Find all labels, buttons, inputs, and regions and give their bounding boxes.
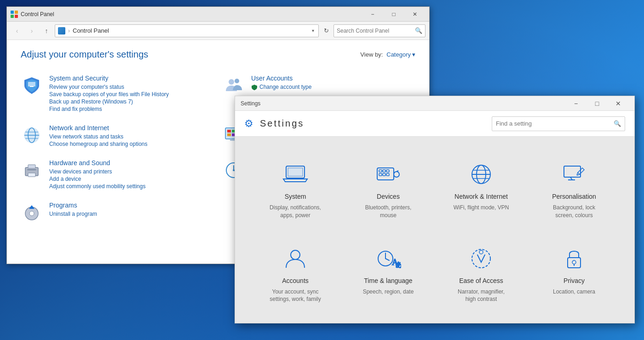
settings-close-button[interactable]: ✕ (608, 96, 629, 111)
settings-content: System Display, notifications,apps, powe… (235, 137, 634, 323)
control-panel-titlebar: Control Panel − □ ✕ (7, 7, 429, 22)
svg-point-60 (472, 249, 490, 268)
svg-point-31 (29, 211, 34, 216)
settings-search-input[interactable] (496, 120, 614, 127)
network-name[interactable]: Network and Internet (49, 124, 213, 132)
ease-settings-name: Ease of Access (459, 277, 503, 284)
network-icon (21, 124, 43, 146)
hardware-name[interactable]: Hardware and Sound (49, 159, 213, 167)
window-toolbar: ‹ › ↑ › Control Panel ▾ ↻ 🔍 (7, 22, 429, 40)
link-mobility[interactable]: Adjust commonly used mobility settings (49, 183, 213, 190)
up-button[interactable]: ↑ (40, 24, 53, 37)
link-devices-printers[interactable]: View devices and printers (49, 168, 213, 175)
category-programs: Programs Uninstall a program (21, 198, 213, 227)
programs-name[interactable]: Programs (49, 202, 213, 209)
shield-small-icon (251, 84, 258, 91)
link-change-account[interactable]: Change account type (259, 84, 311, 90)
system-security-info: System and Security Review your computer… (49, 75, 213, 113)
link-backup-restore[interactable]: Back up and Restore (Windows 7) (49, 98, 213, 105)
refresh-button[interactable]: ↻ (321, 25, 332, 36)
link-network-status[interactable]: View network status and tasks (49, 133, 213, 140)
svg-rect-36 (379, 170, 382, 172)
svg-rect-2 (11, 15, 14, 18)
settings-title: Settings (260, 118, 485, 129)
time-settings-desc: Speech, region, date (363, 288, 414, 296)
link-uninstall[interactable]: Uninstall a program (49, 211, 213, 217)
accounts-settings-icon (281, 244, 310, 273)
settings-item-accounts[interactable]: Accounts Your account, syncsettings, wor… (253, 235, 337, 310)
privacy-settings-icon (559, 244, 589, 273)
settings-item-privacy[interactable]: Privacy Location, camera (532, 235, 616, 310)
hardware-info: Hardware and Sound View devices and prin… (49, 159, 213, 190)
svg-rect-39 (379, 173, 382, 176)
link-fix-problems[interactable]: Find and fix problems (49, 106, 213, 112)
settings-search-box: 🔍 (492, 116, 625, 131)
svg-rect-25 (28, 173, 35, 177)
settings-item-time[interactable]: A あ Time & language Speech, region, date (346, 235, 430, 310)
hardware-icon (21, 159, 43, 181)
view-by-value[interactable]: Category ▾ (386, 51, 415, 58)
accounts-settings-desc: Your account, syncsettings, work, family (270, 288, 321, 304)
settings-gear-icon: ⚙ (244, 118, 253, 130)
network-settings-name: Network & Internet (454, 193, 508, 200)
control-panel-title: Control Panel (21, 11, 359, 17)
svg-rect-3 (15, 15, 18, 18)
svg-line-43 (397, 171, 398, 172)
link-homegroup[interactable]: Choose homegroup and sharing options (49, 141, 213, 147)
view-by: View by: Category ▾ (360, 51, 415, 58)
close-button[interactable]: ✕ (404, 7, 426, 22)
devices-settings-name: Devices (377, 193, 400, 200)
svg-point-63 (572, 260, 576, 264)
time-settings-icon: A あ (374, 244, 403, 273)
svg-rect-37 (383, 170, 385, 172)
settings-search-icon[interactable]: 🔍 (614, 120, 621, 127)
titlebar-cp-icon (11, 11, 18, 18)
search-icon[interactable]: 🔍 (415, 27, 422, 34)
svg-rect-0 (11, 11, 14, 14)
maximize-button[interactable]: □ (383, 7, 404, 22)
address-dropdown-arrow[interactable]: ▾ (310, 28, 316, 33)
category-network: Network and Internet View network status… (21, 121, 213, 152)
category-system-security: System and Security Review your computer… (21, 71, 213, 117)
settings-maximize-button[interactable]: □ (586, 96, 608, 111)
personalisation-settings-icon (559, 160, 589, 189)
svg-rect-1 (15, 11, 18, 14)
personalisation-settings-name: Personalisation (552, 193, 596, 200)
personalisation-settings-desc: Background, lockscreen, colours (553, 204, 595, 219)
settings-item-devices[interactable]: Devices Bluetooth, printers,mouse (346, 150, 430, 225)
privacy-settings-name: Privacy (564, 277, 585, 284)
settings-item-network[interactable]: Network & Internet WiFi, flight mode, VP… (439, 150, 523, 225)
programs-icon (21, 202, 43, 224)
link-review-status[interactable]: Review your computer's status (49, 84, 213, 90)
privacy-settings-desc: Location, camera (553, 288, 595, 296)
network-info: Network and Internet View network status… (49, 124, 213, 148)
link-add-device[interactable]: Add a device (49, 176, 213, 182)
svg-rect-38 (386, 170, 389, 172)
svg-rect-17 (227, 133, 231, 136)
search-input[interactable] (337, 28, 415, 34)
svg-point-54 (291, 250, 300, 259)
svg-rect-23 (27, 169, 36, 170)
link-backup-files[interactable]: Save backup copies of your files with Fi… (49, 91, 213, 98)
settings-item-system[interactable]: System Display, notifications,apps, powe… (253, 150, 337, 225)
back-button[interactable]: ‹ (11, 24, 23, 37)
address-icon (58, 27, 65, 35)
user-accounts-name[interactable]: User Accounts (251, 75, 415, 82)
settings-minimize-button[interactable]: − (565, 96, 586, 111)
svg-rect-34 (288, 168, 303, 176)
user-accounts-icon (223, 75, 245, 97)
minimize-button[interactable]: − (362, 7, 383, 22)
forward-button[interactable]: › (25, 24, 38, 37)
settings-item-ease[interactable]: Ease of Access Narrator, magnifier,high … (439, 235, 523, 310)
settings-window: Settings − □ ✕ ⚙ Settings 🔍 (235, 96, 635, 323)
settings-window-controls: − □ ✕ (565, 96, 629, 111)
address-bar: › Control Panel ▾ (55, 24, 319, 37)
network-settings-desc: WiFi, flight mode, VPN (454, 204, 509, 212)
accounts-settings-name: Accounts (282, 277, 309, 284)
svg-rect-62 (568, 258, 581, 268)
settings-item-personalisation[interactable]: Personalisation Background, lockscreen, … (532, 150, 616, 225)
devices-settings-icon (374, 160, 403, 189)
system-security-name[interactable]: System and Security (49, 75, 213, 82)
system-settings-icon (281, 160, 310, 189)
window-controls: − □ ✕ (362, 7, 426, 22)
